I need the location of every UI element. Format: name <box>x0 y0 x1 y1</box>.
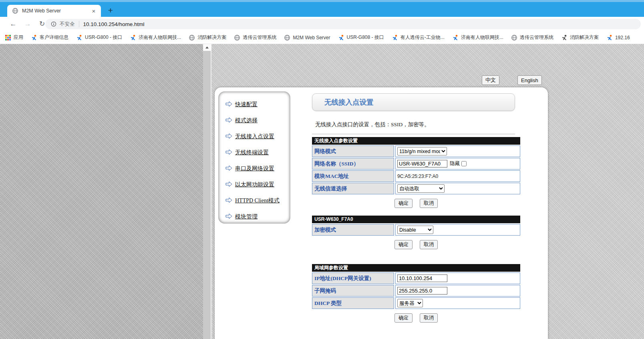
language-chinese-button[interactable]: 中文 <box>482 75 499 85</box>
bookmark-item[interactable]: 济南有人物联网技... <box>452 34 503 41</box>
ssid-input[interactable] <box>397 160 447 167</box>
encryption-mode-select[interactable]: Disable <box>397 226 433 234</box>
bookmark-item[interactable]: USR-G800 - 接口 <box>76 34 122 41</box>
field-label: DHCP 类型 <box>312 297 394 309</box>
table-header: USR-W630_F7A0 <box>312 216 520 223</box>
usr-person-icon <box>338 34 344 41</box>
left-frame-background <box>0 44 203 339</box>
arrow-icon <box>225 117 232 125</box>
globe-icon <box>234 34 240 41</box>
table-row: IP地址(DHCP网关设置) <box>312 272 520 284</box>
bookmark-item[interactable]: 有人透传云-工业物... <box>392 34 445 41</box>
scrollbar-up-arrow-icon[interactable] <box>203 44 211 51</box>
cancel-button[interactable]: 取消 <box>420 313 438 323</box>
table-header: 局域网参数设置 <box>312 264 520 272</box>
bookmark-item[interactable]: 消防解决方案 <box>561 34 599 41</box>
arrow-icon <box>225 213 232 221</box>
mac-address-value: 9C:A5:25:23:F7:A0 <box>397 174 438 179</box>
security-label[interactable]: 不安全 <box>60 21 75 28</box>
arrow-icon <box>225 101 232 109</box>
arrow-icon <box>225 149 232 157</box>
address-bar[interactable]: 不安全 10.10.100.254/home.html <box>45 19 641 29</box>
table-row: DHCP 类型 服务器 <box>312 297 520 309</box>
table-row: 模块MAC地址 9C:A5:25:23:F7:A0 <box>312 170 520 182</box>
field-label: 网络模式 <box>312 145 394 157</box>
new-tab-button[interactable]: + <box>105 5 116 16</box>
globe-icon <box>189 34 195 41</box>
bookmark-item[interactable]: 济南有人物联网技... <box>130 34 181 41</box>
usr-person-icon <box>76 34 83 41</box>
page-viewport: 中文 English 快速配置 模式选择 无线接入点设置 无线终端设置 串口及网… <box>0 44 644 339</box>
sidebar-menu: 快速配置 模式选择 无线接入点设置 无线终端设置 串口及网络设置 以太网功能设置… <box>218 91 290 224</box>
field-label: 子网掩码 <box>312 285 394 297</box>
security-buttons: 确定 取消 <box>312 240 520 249</box>
arrow-icon <box>225 181 232 189</box>
table-row: 加密模式 Disable <box>312 224 520 236</box>
forward-icon: → <box>22 19 33 29</box>
tab-title: M2M Web Server <box>22 8 91 14</box>
confirm-button[interactable]: 确定 <box>394 240 413 249</box>
bookmark-item[interactable]: 192.16 <box>606 34 630 41</box>
site-info-icon[interactable] <box>51 21 56 27</box>
dhcp-type-select[interactable]: 服务器 <box>397 299 423 307</box>
hide-ssid-checkbox[interactable] <box>461 161 467 166</box>
sidebar-item-mode-select[interactable]: 模式选择 <box>218 113 290 129</box>
content-panel: 快速配置 模式选择 无线接入点设置 无线终端设置 串口及网络设置 以太网功能设置… <box>215 87 548 339</box>
bookmark-item[interactable]: 透传云管理系统 <box>234 34 276 41</box>
ip-address-input[interactable] <box>397 274 447 282</box>
bookmark-item[interactable]: USR-G808 - 接口 <box>338 34 384 41</box>
table-row: 网络名称（SSID） 隐藏 <box>312 158 520 170</box>
subnet-mask-input[interactable] <box>397 287 447 295</box>
usr-person-icon <box>452 34 459 41</box>
usr-person-icon <box>130 34 136 41</box>
ssid-security-table: USR-W630_F7A0 加密模式 Disable <box>312 216 520 236</box>
sidebar-item-ethernet[interactable]: 以太网功能设置 <box>218 177 290 193</box>
bookmark-item[interactable]: 透传云管理系统 <box>511 34 553 41</box>
field-label: 无线信道选择 <box>312 183 394 194</box>
bookmark-item[interactable]: 客户详细信息 <box>31 34 68 41</box>
bookmarks-bar: 应用 客户详细信息 USR-G800 - 接口 济南有人物联网技... 消防解决… <box>0 31 644 44</box>
browser-toolbar: ← → ↻ 不安全 10.10.100.254/home.html <box>0 17 644 31</box>
vertical-scrollbar[interactable] <box>203 44 211 339</box>
sidebar-item-module-management[interactable]: 模块管理 <box>218 209 290 225</box>
globe-icon <box>511 34 517 41</box>
sidebar-item-sta-settings[interactable]: 无线终端设置 <box>218 145 290 161</box>
browser-tab[interactable]: M2M Web Server × <box>7 5 101 17</box>
field-label: IP地址(DHCP网关设置) <box>312 272 394 284</box>
apps-shortcut[interactable]: 应用 <box>5 34 23 41</box>
confirm-button[interactable]: 确定 <box>394 199 413 208</box>
ap-params-table: 无线接入点参数设置 网络模式 11b/g/n mixed mode 网络名称（S… <box>312 137 520 194</box>
lan-params-buttons: 确定 取消 <box>312 313 520 323</box>
language-english-button[interactable]: English <box>517 75 542 85</box>
sidebar-item-httpd-client[interactable]: HTTPD Client模式 <box>218 193 290 209</box>
cancel-button[interactable]: 取消 <box>420 240 438 249</box>
confirm-button[interactable]: 确定 <box>394 313 413 323</box>
arrow-icon <box>225 133 232 141</box>
globe-icon <box>284 34 290 41</box>
table-row: 无线信道选择 自动选取 <box>312 183 520 194</box>
wifi-channel-select[interactable]: 自动选取 <box>397 184 445 193</box>
table-row: 网络模式 11b/g/n mixed mode <box>312 145 520 157</box>
bookmark-item[interactable]: 消防解决方案 <box>189 34 226 41</box>
table-row: 子网掩码 <box>312 285 520 297</box>
url-text[interactable]: 10.10.100.254/home.html <box>83 21 145 27</box>
main-content: 无线接入点设置 无线接入点接口的设置，包括：SSID，加密等。 无线接入点参数设… <box>312 93 520 323</box>
scrollbar-thumb[interactable] <box>203 51 211 339</box>
back-icon[interactable]: ← <box>8 19 18 29</box>
network-mode-select[interactable]: 11b/g/n mixed mode <box>397 147 447 155</box>
main-frame: 中文 English 快速配置 模式选择 无线接入点设置 无线终端设置 串口及网… <box>211 44 644 339</box>
bookmark-item[interactable]: M2M Web Server <box>284 34 330 41</box>
tab-strip: M2M Web Server × + <box>0 0 644 17</box>
sidebar-item-quick-config[interactable]: 快速配置 <box>218 97 290 113</box>
arrow-icon <box>225 165 232 173</box>
page-description: 无线接入点接口的设置，包括：SSID，加密等。 <box>312 121 520 128</box>
sidebar-item-uart-network[interactable]: 串口及网络设置 <box>218 161 290 177</box>
apps-grid-icon <box>5 34 11 41</box>
cancel-button[interactable]: 取消 <box>420 199 438 208</box>
arrow-icon <box>225 197 232 205</box>
ap-params-buttons: 确定 取消 <box>312 199 520 208</box>
field-label: 模块MAC地址 <box>312 170 394 182</box>
usr-person-icon <box>606 34 613 41</box>
tab-close-icon[interactable]: × <box>91 8 97 14</box>
sidebar-item-ap-settings[interactable]: 无线接入点设置 <box>218 129 290 145</box>
